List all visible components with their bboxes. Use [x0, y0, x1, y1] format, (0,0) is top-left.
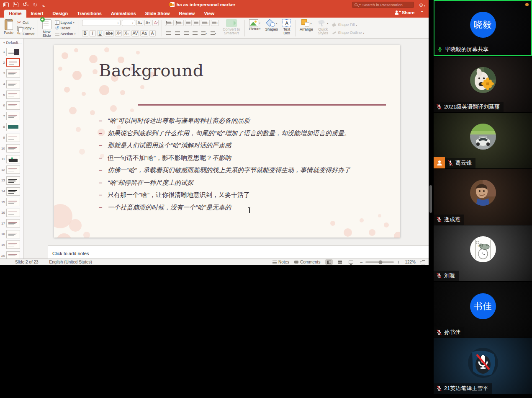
tab-animations[interactable]: Animations: [106, 10, 141, 18]
tab-home[interactable]: Home: [4, 10, 26, 18]
shape-fill-button[interactable]: Shape Fill▾: [332, 22, 364, 28]
section-button[interactable]: Section▾: [55, 31, 76, 36]
font-style-button-a[interactable]: A: [149, 30, 156, 36]
toggle-sidebar-icon[interactable]: [3, 3, 9, 7]
paste-button[interactable]: Paste: [3, 19, 15, 35]
fit-slide-button[interactable]: [421, 260, 425, 264]
participant-tile-1[interactable]: 晓毅毕晓毅的屏幕共享: [434, 0, 532, 56]
thumbnail-preview[interactable]: [6, 155, 20, 163]
participant-tile-6[interactable]: 书佳孙书佳: [434, 282, 532, 338]
overlay-scrollbar[interactable]: [429, 185, 432, 213]
numbering-button[interactable]: ▾: [175, 20, 184, 26]
font-name-combo[interactable]: ▾: [82, 20, 121, 26]
thumbnail-preview[interactable]: [6, 165, 20, 174]
slide-thumbnail-2[interactable]: 2: [0, 57, 23, 68]
thumbnail-preview[interactable]: [6, 198, 20, 206]
thumbnail-preview[interactable]: [6, 251, 20, 258]
slide-thumbnail-3[interactable]: 3: [0, 68, 23, 79]
font-style-button-x[interactable]: X²: [115, 30, 122, 36]
tab-design[interactable]: Design: [48, 10, 73, 18]
zoom-slider-thumb[interactable]: [378, 260, 382, 264]
text-direction-button[interactable]: ▾: [200, 30, 208, 36]
slide-thumbnail-11[interactable]: 11: [0, 154, 23, 165]
participant-tile-2[interactable]: 2021级英语翻译刘延丽: [434, 57, 532, 112]
thumbnail-preview[interactable]: [6, 112, 20, 120]
bullets-button[interactable]: ▾: [165, 20, 174, 26]
slide-thumbnail-1[interactable]: 1: [0, 47, 23, 57]
font-style-button-x[interactable]: X₂: [123, 30, 130, 36]
participant-tile-4[interactable]: 逄成燕: [434, 169, 532, 225]
notes-pane[interactable]: Click to add notes: [48, 246, 429, 258]
normal-view-button[interactable]: [325, 259, 333, 265]
search-input[interactable]: [362, 3, 411, 7]
thumbnail-preview[interactable]: [6, 230, 20, 238]
tab-view[interactable]: View: [199, 10, 219, 18]
quick-styles-button[interactable]: ▾ Quick Styles: [316, 19, 329, 36]
slide-thumbnail-10[interactable]: 10: [0, 143, 23, 154]
reset-button[interactable]: ↺Reset: [55, 26, 76, 31]
shapes-button[interactable]: ▾ Shapes: [264, 19, 280, 32]
slide-thumbnail-14[interactable]: 14: [0, 186, 23, 197]
picture-button[interactable]: ▾ Picture: [248, 19, 262, 31]
thumbnail-preview[interactable]: [6, 48, 20, 56]
font-style-button-u[interactable]: U: [97, 30, 103, 36]
slide-thumbnail-16[interactable]: 16: [0, 207, 23, 218]
slide-thumbnail-8[interactable]: 8: [0, 121, 23, 132]
grow-font-button[interactable]: A▴: [136, 20, 143, 26]
participant-tile-3[interactable]: 葛云锋: [434, 113, 532, 168]
slide-thumbnail-5[interactable]: 5: [0, 89, 23, 100]
increase-indent-button[interactable]: [193, 20, 200, 26]
slide-thumbnail-17[interactable]: 17: [0, 218, 23, 229]
redo-icon[interactable]: ↻: [33, 3, 37, 7]
tab-slide-show[interactable]: Slide Show: [141, 10, 175, 18]
thumbnail-preview[interactable]: [6, 123, 20, 131]
font-style-button-abe[interactable]: abe: [105, 30, 114, 36]
collapse-ribbon-icon[interactable]: ⌃: [420, 10, 424, 15]
participant-tile-7[interactable]: 21英语笔译王雪平: [434, 338, 532, 394]
feedback-smiley-icon[interactable]: ☺▾: [418, 2, 425, 8]
thumbnail-preview[interactable]: [6, 69, 20, 78]
textbox-button[interactable]: A Text Box: [281, 19, 292, 36]
comments-toggle[interactable]: Comments: [294, 260, 320, 264]
slide-thumbnail-13[interactable]: 13: [0, 175, 23, 186]
thumbnail-preview[interactable]: [6, 80, 20, 88]
clear-formatting-button[interactable]: A̷: [152, 20, 159, 26]
align-left-button[interactable]: [165, 30, 172, 36]
slide-sorter-button[interactable]: [336, 259, 344, 265]
thumbnail-preview[interactable]: [6, 101, 20, 110]
align-right-button[interactable]: [182, 30, 190, 36]
slide-thumbnail-4[interactable]: 4: [0, 79, 23, 90]
copy-button[interactable]: Copy▾: [17, 26, 35, 31]
slide-thumbnail-7[interactable]: 7: [0, 111, 23, 122]
convert-smartart-button[interactable]: Convert to SmartArt: [221, 19, 242, 36]
thumbnail-preview[interactable]: [6, 58, 20, 67]
thumbnail-preview[interactable]: [6, 90, 20, 99]
slide-thumbnail-19[interactable]: 19: [0, 240, 23, 251]
format-painter-button[interactable]: ✎Format: [17, 31, 35, 36]
slide-thumbnail-12[interactable]: 12: [0, 165, 23, 176]
zoom-slider[interactable]: [365, 261, 394, 263]
thumbnail-preview[interactable]: [6, 209, 20, 217]
slide-thumbnail-15[interactable]: 15: [0, 196, 23, 207]
tab-transitions[interactable]: Transitions: [72, 10, 106, 18]
slide-title[interactable]: Background: [99, 61, 204, 80]
thumbnail-preview[interactable]: [6, 219, 20, 227]
thumbnail-preview[interactable]: [6, 187, 20, 196]
font-size-combo[interactable]: ▾: [122, 20, 135, 26]
zoom-in-button[interactable]: +: [397, 259, 400, 265]
toolbar-options-icon[interactable]: ⌄̲: [41, 3, 45, 7]
cut-button[interactable]: ✂Cut: [17, 20, 35, 25]
layout-button[interactable]: Layout▾: [55, 20, 76, 25]
search-box[interactable]: ▾: [352, 2, 414, 8]
slide-bullet-list[interactable]: –“哈”可以同时传达出尊敬与谦卑两种社畜必备的品质–如果说它到底起到了什么作用，…: [99, 117, 392, 216]
shape-outline-button[interactable]: Shape Outline▾: [332, 30, 364, 36]
arrange-button[interactable]: ▾ Arrange: [298, 19, 314, 32]
font-style-button-av[interactable]: AV: [131, 30, 139, 36]
new-slide-button[interactable]: + New Slide: [41, 19, 53, 39]
thumbnail-preview[interactable]: [6, 144, 20, 152]
thumbnail-preview[interactable]: [6, 134, 20, 142]
line-spacing-button[interactable]: ▾: [201, 20, 210, 26]
undo-icon[interactable]: ↺▾: [23, 2, 28, 8]
columns-button[interactable]: ▾: [211, 20, 219, 26]
share-button[interactable]: + Share: [394, 10, 415, 15]
